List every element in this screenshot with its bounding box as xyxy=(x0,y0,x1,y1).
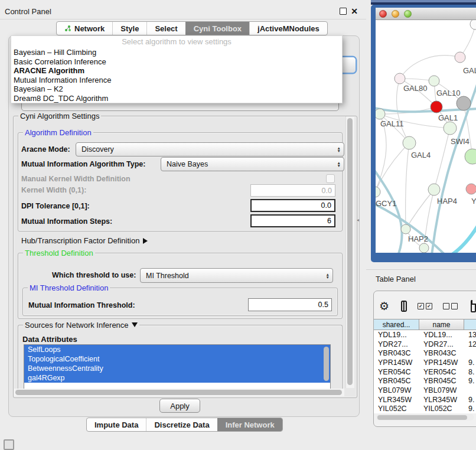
gear-icon[interactable]: ⚙ xyxy=(379,299,389,313)
column-header-1[interactable]: shared... xyxy=(374,319,419,330)
expander-arrow-icon xyxy=(143,238,148,244)
attribute-item-betweennesscentrality[interactable]: BetweennessCentrality xyxy=(24,364,330,373)
mi-steps-field[interactable] xyxy=(250,214,335,227)
highlighted-edge xyxy=(451,224,476,253)
which-threshold-select[interactable]: MI Threshold ▲▼ xyxy=(140,268,333,283)
sources-group-title[interactable]: Sources for Network Inference xyxy=(23,321,139,330)
network-node-gal4[interactable] xyxy=(403,136,416,149)
tab-discretize-data[interactable]: Discretize Data xyxy=(146,418,217,431)
table-cell: YPR145W xyxy=(374,358,419,367)
network-node[interactable] xyxy=(457,96,471,110)
settings-vertical-scrollbar[interactable] xyxy=(345,116,354,388)
table-row[interactable]: YBL079WYBL079W xyxy=(374,386,476,395)
data-attributes-list[interactable]: SelfLoopsTopologicalCoefficientBetweenne… xyxy=(24,344,331,390)
network-node-gcy1[interactable] xyxy=(376,187,380,197)
network-node[interactable] xyxy=(419,243,429,253)
table-row[interactable]: YER054CYER054C8. xyxy=(374,367,476,377)
network-node-gal1[interactable] xyxy=(431,101,442,113)
algorithm-option-mutual-information-inference[interactable]: Mutual Information Inference xyxy=(11,76,342,85)
minimize-traffic-light-icon[interactable] xyxy=(392,10,399,18)
table-row[interactable]: YDR27...YDR27...12 xyxy=(374,340,476,349)
export-table-icon[interactable] xyxy=(471,300,476,312)
algorithm-option-bayesian-hill-climbing[interactable]: Bayesian – Hill Climbing xyxy=(11,48,342,57)
tab-jactivemnodules[interactable]: jActiveMNodules xyxy=(249,22,327,35)
list-scrollbar[interactable] xyxy=(324,347,329,381)
table-row[interactable]: YPR145WYPR145W9. xyxy=(374,358,476,367)
dpi-tolerance-field[interactable] xyxy=(250,199,335,212)
network-node[interactable] xyxy=(465,149,476,164)
tab-label: Infer Network xyxy=(226,420,275,429)
table-cell: 8. xyxy=(464,367,476,377)
table-row[interactable]: YBR045CYBR045C9. xyxy=(374,376,476,386)
algorithm-option-basic-correlation-inference[interactable]: Basic Correlation Inference xyxy=(11,57,342,67)
network-node-y[interactable] xyxy=(466,184,476,194)
minimized-panel-icon[interactable] xyxy=(4,439,14,450)
attribute-item-topologicalcoefficient[interactable]: TopologicalCoefficient xyxy=(24,354,330,364)
table-row[interactable]: YIL052CYIL052C9. xyxy=(374,405,476,414)
table-cell: 13 xyxy=(464,330,476,340)
tab-label: Discretize Data xyxy=(154,420,209,429)
attribute-item-selfloops[interactable]: SelfLoops xyxy=(24,345,330,354)
tab-label: Network xyxy=(74,24,105,33)
aracne-mode-select[interactable]: Discovery ▲▼ xyxy=(76,142,344,156)
tab-select[interactable]: Select xyxy=(146,22,185,35)
column-header-2[interactable]: name xyxy=(419,319,464,330)
tab-cyni-toolbox[interactable]: Cyni Toolbox xyxy=(185,22,249,35)
select-all-icon[interactable]: ✓✓ xyxy=(418,303,432,309)
close-traffic-light-icon[interactable] xyxy=(379,10,387,18)
mi-threshold-field[interactable] xyxy=(248,298,332,311)
close-icon[interactable]: ✕ xyxy=(351,8,358,14)
table-cell xyxy=(464,386,476,395)
tab-label: Cyni Toolbox xyxy=(194,24,242,33)
manual-kernel-width-checkbox[interactable] xyxy=(326,174,335,183)
network-node-gal10[interactable] xyxy=(429,76,439,86)
network-node-swi4[interactable] xyxy=(444,122,457,135)
table-row[interactable]: YBR043CYBR043C xyxy=(374,348,476,358)
algorithm-option-aracne-algorithm[interactable]: ARACNE Algorithm xyxy=(11,66,342,76)
hub-definition-expander[interactable]: Hub/Transcription Factor Definition xyxy=(21,236,148,245)
network-node-gal80[interactable] xyxy=(395,73,405,84)
kernel-width-label: Kernel Width (0,1): xyxy=(21,186,86,194)
tab-infer-network[interactable]: Infer Network xyxy=(217,418,282,431)
table-horizontal-scrollbar[interactable] xyxy=(376,414,474,420)
kernel-width-field[interactable] xyxy=(250,184,335,197)
mi-algorithm-type-label: Mutual Information Algorithm Type: xyxy=(21,160,145,168)
table-row[interactable]: YLR345WYLR345W9. xyxy=(374,395,476,405)
node-label-gal1: GAL1 xyxy=(438,113,458,122)
table-cell: YBR045C xyxy=(374,376,419,386)
cyni-algorithm-settings-title: Cyni Algorithm Settings xyxy=(18,112,101,120)
tab-style[interactable]: Style xyxy=(112,22,146,35)
network-node[interactable] xyxy=(470,20,476,30)
columns-icon[interactable] xyxy=(401,301,407,312)
sources-title-text: Sources for Network Inference xyxy=(25,321,129,330)
table-cell: 9. xyxy=(464,405,476,414)
network-window-titlebar[interactable] xyxy=(376,8,476,20)
tab-network[interactable]: Network xyxy=(57,22,112,35)
network-node-gal[interactable] xyxy=(455,52,465,63)
zoom-traffic-light-icon[interactable] xyxy=(404,10,412,18)
mi-algorithm-type-select[interactable]: Naive Bayes ▲▼ xyxy=(161,157,344,171)
panel-splitter-handle[interactable]: ◂ xyxy=(357,217,361,223)
table-row[interactable]: YDL19...YDL19...13 xyxy=(374,330,476,340)
node-table: shared...nameA YDL19...YDL19...13YDR27..… xyxy=(374,319,476,413)
algorithm-option-dream8-dc-tdc-algorithm[interactable]: Dream8 DC_TDC Algorithm xyxy=(11,94,342,103)
deselect-all-icon[interactable] xyxy=(443,303,458,309)
network-canvas[interactable]: GALGAL80GAL10GAL1GAL11SWI4GAL4HAP4YGCY1H… xyxy=(376,20,476,253)
float-window-icon[interactable] xyxy=(340,8,347,15)
collapse-arrow-icon xyxy=(132,322,138,327)
network-node-gal11[interactable] xyxy=(376,109,385,119)
threshold-definition-title: Threshold Definition xyxy=(23,249,95,257)
network-node-hap4[interactable] xyxy=(428,184,440,195)
attribute-item-gal4rgexp[interactable]: gal4RGexp xyxy=(24,373,330,383)
algorithm-option-bayesian-k2[interactable]: Bayesian – K2 xyxy=(11,84,342,94)
table-cell xyxy=(464,348,476,358)
column-header-3[interactable]: A xyxy=(464,319,476,330)
network-node-hap2[interactable] xyxy=(401,224,410,234)
table-cell: YBL079W xyxy=(374,386,419,395)
apply-button[interactable]: Apply xyxy=(159,399,200,413)
algorithm-definition-title: Algorithm Definition xyxy=(23,128,93,137)
table-toolbar: ⚙ ✓✓ xyxy=(378,298,476,314)
settings-horizontal-scrollbar[interactable] xyxy=(14,389,344,396)
tab-impute-data[interactable]: Impute Data xyxy=(87,418,146,431)
mi-threshold-group-title: MI Threshold Definition xyxy=(28,283,110,292)
